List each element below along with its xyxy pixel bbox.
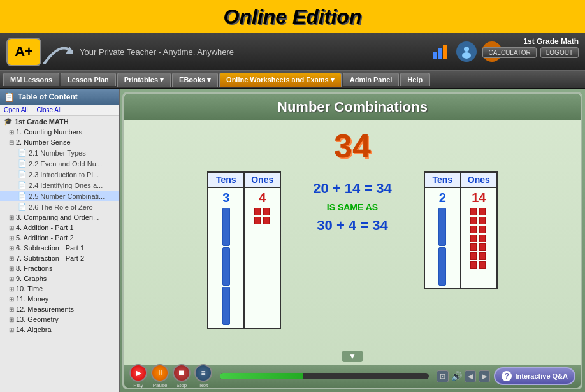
tree-leaf-2-4[interactable]: 📄 2.4 Identifying Ones a...: [0, 180, 119, 191]
pause-button[interactable]: ⏸: [151, 364, 169, 382]
tree-leaf-2-2[interactable]: 📄 2.2 Even and Odd Nu...: [0, 158, 119, 169]
nav-admin[interactable]: Admin Panel: [343, 73, 400, 86]
sidebar-header: 📋 Table of Content: [0, 89, 119, 105]
calculator-button[interactable]: CALCULATOR: [482, 47, 536, 58]
expand-icon: ⊞: [9, 286, 14, 293]
text-label: Text: [199, 382, 208, 388]
page-icon: 📄: [18, 192, 27, 200]
left-tens-header: Tens: [208, 173, 243, 187]
page-icon: 📄: [18, 149, 27, 157]
sidebar-open-close: Open All | Close All: [0, 105, 119, 116]
volume-icon: 🔊: [451, 371, 462, 381]
svg-point-4: [464, 47, 469, 52]
main-area: 📋 Table of Content Open All | Close All …: [0, 89, 585, 392]
stop-label: Stop: [177, 382, 187, 388]
tree-item-9[interactable]: ⊞ 9. Graphs: [0, 273, 119, 284]
lesson-content: Number Combinations 34 Tens Ones 3: [120, 89, 585, 392]
tree-item-14[interactable]: ⊞ 14. Algebra: [0, 324, 119, 335]
grade-info: 1st Grade Math CALCULATOR LOGOUT: [482, 37, 579, 58]
content-inner: Number Combinations 34 Tens Ones 3: [122, 92, 582, 389]
equation1: 20 + 14 = 34: [313, 180, 392, 197]
tree-item-4[interactable]: ⊞ 4. Addition - Part 1: [0, 222, 119, 233]
left-ones-value: 4: [245, 188, 280, 328]
question-mark-icon: ?: [502, 371, 512, 381]
tree-item-5[interactable]: ⊞ 5. Addition - Part 2: [0, 233, 119, 243]
progress-bar[interactable]: [220, 373, 429, 379]
right-tens-value: 2: [425, 188, 460, 288]
tree-leaf-2-3[interactable]: 📄 2.3 Introduction to Pl...: [0, 169, 119, 180]
controls-bar: ▶ Play ⏸ Pause ⏹ Stop ≡ Text: [124, 365, 581, 388]
right-ones-blocks: [463, 208, 495, 269]
right-tens-ones-box: Tens Ones 2: [424, 171, 498, 289]
header-buttons: CALCULATOR LOGOUT: [482, 47, 579, 58]
left-tens-value: 3: [208, 188, 243, 328]
left-table-body: 3: [207, 187, 281, 329]
nav-ebooks[interactable]: EBooks ▾: [172, 73, 218, 87]
text-button[interactable]: ≡: [194, 364, 212, 382]
expand-icon: ⊞: [9, 214, 14, 221]
nav-mm-lessons[interactable]: MM Lessons: [3, 73, 59, 86]
expand-icon: ⊞: [9, 326, 14, 333]
play-button[interactable]: ▶: [129, 364, 147, 382]
progress-bar-fill: [220, 373, 303, 379]
tree-leaf-2-6[interactable]: 📄 2.6 The Role of Zero: [0, 201, 119, 212]
toc-icon: 📋: [4, 92, 15, 102]
user-icon[interactable]: [456, 41, 477, 62]
nav-lesson-plan[interactable]: Lesson Plan: [61, 73, 116, 86]
header: A+ Your Private Teacher - Anytime, Anywh…: [0, 33, 585, 70]
nav-printables[interactable]: Printables ▾: [117, 73, 171, 87]
prev-button[interactable]: ◀: [465, 370, 476, 382]
lesson-title: Number Combinations: [124, 94, 581, 120]
expand-icon: ⊞: [9, 129, 14, 136]
close-all-link[interactable]: Close All: [37, 106, 62, 113]
tree-item-number-sense[interactable]: ⊟ 2. Number Sense: [0, 137, 119, 147]
expand-icon: ⊞: [9, 316, 14, 323]
qa-button[interactable]: ? Interactive Q&A: [494, 367, 575, 385]
open-all-link[interactable]: Open All: [4, 106, 28, 113]
columns-row: Tens Ones 3: [131, 171, 574, 329]
left-tens-ones-box: Tens Ones 3: [207, 171, 281, 329]
right-ones-header: Ones: [461, 173, 496, 187]
header-tagline: Your Private Teacher - Anytime, Anywhere: [80, 47, 234, 57]
root-icon: 🎓: [4, 117, 13, 126]
nav-bar: MM Lessons Lesson Plan Printables ▾ EBoo…: [0, 70, 585, 89]
tree-root-item[interactable]: 🎓 1st Grade MATH: [0, 116, 119, 127]
equation2: 30 + 4 = 34: [317, 217, 387, 234]
tree-item-11[interactable]: ⊞ 11. Money: [0, 294, 119, 304]
tree-leaf-2-5[interactable]: 📄 2.5 Number Combinati...: [0, 191, 119, 201]
text-group: ≡ Text: [194, 364, 212, 388]
tree-item-12[interactable]: ⊞ 12. Measurements: [0, 304, 119, 314]
tree-item-8[interactable]: ⊞ 8. Fractions: [0, 263, 119, 273]
tree-item-counting[interactable]: ⊞ 1. Counting Numbers: [0, 127, 119, 137]
nav-help[interactable]: Help: [400, 73, 430, 86]
expand-icon: ⊟: [9, 139, 14, 146]
next-button[interactable]: ▶: [479, 370, 490, 382]
tree-item-3[interactable]: ⊞ 3. Comparing and Orderi...: [0, 212, 119, 222]
pause-label: Pause: [153, 382, 168, 388]
screen-size-button[interactable]: ⊡: [437, 370, 449, 382]
tree-leaf-2-1[interactable]: 📄 2.1 Number Types: [0, 147, 119, 158]
header-arrow-icon: [41, 38, 73, 66]
stop-button[interactable]: ⏹: [173, 364, 191, 382]
grade-title: 1st Grade Math: [482, 37, 579, 46]
logo: A+: [6, 38, 41, 66]
svg-rect-3: [443, 45, 447, 59]
page-icon: 📄: [18, 203, 27, 211]
top-banner: Online Edition: [0, 0, 585, 33]
logout-button[interactable]: LOGOUT: [540, 47, 579, 58]
slide-down-arrow[interactable]: ▼: [342, 351, 363, 362]
sidebar: 📋 Table of Content Open All | Close All …: [0, 89, 120, 392]
tree-item-13[interactable]: ⊞ 13. Geometry: [0, 314, 119, 324]
right-table-body: 2 14: [424, 187, 498, 289]
big-number: 34: [334, 127, 371, 165]
expand-icon: ⊞: [9, 255, 14, 262]
tree-item-6[interactable]: ⊞ 6. Subtraction - Part 1: [0, 243, 119, 253]
expand-icon: ⊞: [9, 235, 14, 242]
expand-icon: ⊞: [9, 245, 14, 252]
play-label: Play: [133, 382, 143, 388]
nav-worksheets[interactable]: Online Worksheets and Exams ▾: [219, 73, 342, 87]
tree-item-7[interactable]: ⊞ 7. Subtraction - Part 2: [0, 253, 119, 263]
chart-icon[interactable]: [431, 41, 451, 62]
tree-item-10[interactable]: ⊞ 10. Time: [0, 284, 119, 294]
lesson-body: 34 Tens Ones 3: [124, 120, 581, 351]
